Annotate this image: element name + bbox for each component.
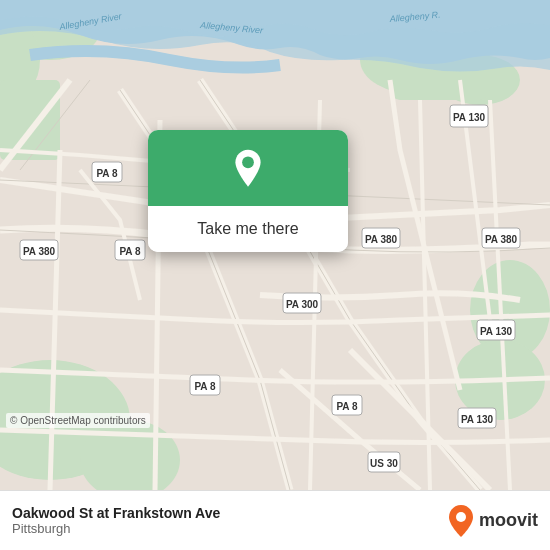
bottom-bar: Oakwood St at Frankstown Ave Pittsburgh …: [0, 490, 550, 550]
svg-text:PA 130: PA 130: [453, 112, 486, 123]
svg-text:PA 8: PA 8: [336, 401, 358, 412]
map-container: PA 130 PA 8 PA 380 PA 8 PA 380 PA 300 PA…: [0, 0, 550, 490]
svg-text:PA 130: PA 130: [480, 326, 513, 337]
moovit-pin-icon: [447, 504, 475, 538]
location-pin-icon: [227, 148, 269, 190]
svg-point-40: [242, 156, 254, 168]
svg-text:PA 8: PA 8: [96, 168, 118, 179]
location-city: Pittsburgh: [12, 521, 447, 536]
svg-rect-6: [0, 80, 60, 160]
svg-text:PA 380: PA 380: [365, 234, 398, 245]
svg-text:PA 300: PA 300: [286, 299, 319, 310]
svg-point-41: [456, 512, 466, 522]
svg-text:US 30: US 30: [370, 458, 398, 469]
location-popup: Take me there: [148, 130, 348, 252]
location-name: Oakwood St at Frankstown Ave: [12, 505, 447, 521]
take-me-there-button[interactable]: Take me there: [148, 206, 348, 252]
popup-header: [148, 130, 348, 206]
svg-text:PA 380: PA 380: [485, 234, 518, 245]
svg-text:PA 8: PA 8: [194, 381, 216, 392]
map-attribution: © OpenStreetMap contributors: [6, 413, 150, 428]
svg-text:PA 8: PA 8: [119, 246, 141, 257]
location-info: Oakwood St at Frankstown Ave Pittsburgh: [12, 505, 447, 536]
moovit-brand-text: moovit: [479, 510, 538, 531]
svg-text:PA 380: PA 380: [23, 246, 56, 257]
moovit-logo: moovit: [447, 504, 538, 538]
svg-text:PA 130: PA 130: [461, 414, 494, 425]
